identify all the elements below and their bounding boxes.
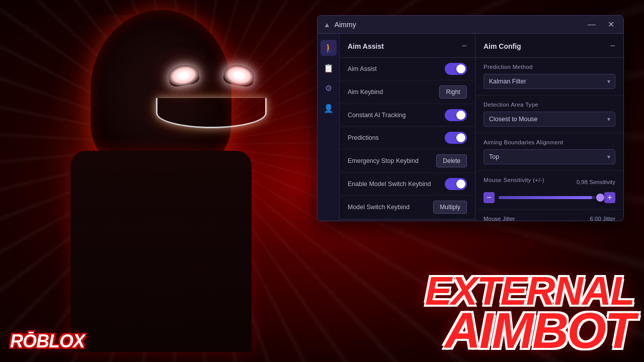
sidebar-item-user[interactable]: 👤 xyxy=(320,100,337,116)
hero-text: EXTERNAL AIMBOT xyxy=(425,273,634,352)
detection-area-select[interactable]: Closest to Mouse Closest to Center Rando… xyxy=(484,112,615,127)
app-window: ▲ Aimmy — ✕ 🚶 📋 ⚙ 👤 Aim Assist − xyxy=(317,15,624,221)
emergency-stop-label: Emergency Stop Keybind xyxy=(348,157,419,164)
aim-keybind-label: Aim Keybind xyxy=(348,88,383,96)
aiming-boundaries-select[interactable]: Top Center Bottom xyxy=(484,149,615,164)
constant-tracking-label: Constant AI Tracking xyxy=(348,112,406,119)
prediction-method-label: Prediction Method xyxy=(484,64,615,70)
constant-tracking-toggle[interactable] xyxy=(445,109,467,121)
hero-aimbot-text: AIMBOT xyxy=(425,309,634,352)
sensitivity-decrease-button[interactable]: − xyxy=(484,192,495,203)
chevron-icon: ▲ xyxy=(324,21,331,29)
model-switch-keybind-button[interactable]: Multiply xyxy=(433,201,467,214)
sensitivity-header: Mouse Sensitivity (+/-) 0,98 Sensitivity xyxy=(484,177,615,187)
constant-tracking-row: Constant AI Tracking xyxy=(340,104,475,127)
roblox-logo: RŌBLOX xyxy=(10,331,85,352)
aiming-boundaries-section: Aiming Boundaries Alignment Top Center B… xyxy=(475,133,623,171)
predictions-label: Predictions xyxy=(348,134,379,141)
aim-assist-title: Aim Assist xyxy=(348,42,384,50)
aim-assist-toggle[interactable] xyxy=(445,63,467,75)
sensitivity-increase-button[interactable]: + xyxy=(604,192,615,203)
aiming-boundaries-select-wrapper: Top Center Bottom xyxy=(484,149,615,164)
model-switch-keybind-label: Model Switch Keybind xyxy=(348,204,410,211)
aim-config-panel: Aim Config − Prediction Method Kalman Fi… xyxy=(475,34,623,221)
character-body xyxy=(40,10,282,352)
sensitivity-label: Mouse Sensitivity (+/-) xyxy=(484,177,544,183)
predictions-toggle[interactable] xyxy=(445,132,467,144)
close-button[interactable]: ✕ xyxy=(605,20,617,30)
roblox-text: RŌBLOX xyxy=(10,331,85,351)
aim-keybind-row: Aim Keybind Right xyxy=(340,80,475,104)
sensitivity-slider-container: − + xyxy=(484,192,615,203)
title-bar: ▲ Aimmy — ✕ xyxy=(317,16,623,34)
detection-area-select-wrapper: Closest to Mouse Closest to Center Rando… xyxy=(484,112,615,127)
aim-keybind-button[interactable]: Right xyxy=(439,85,467,99)
sidebar-item-settings[interactable]: ⚙ xyxy=(320,80,337,96)
char-body-main xyxy=(70,151,252,352)
model-switch-keybind-enable-row: Enable Model Switch Keybind xyxy=(340,173,475,196)
model-switch-keybind-enable-label: Enable Model Switch Keybind xyxy=(348,180,431,188)
char-eye-right xyxy=(222,63,256,88)
auto-trigger-section: Auto Trigger + xyxy=(340,219,475,221)
sidebar: 🚶 📋 ⚙ 👤 xyxy=(317,34,340,221)
content-area: 🚶 📋 ⚙ 👤 Aim Assist − Aim Assist xyxy=(317,34,623,221)
sensitivity-slider-fill xyxy=(499,196,592,199)
panels-area: Aim Assist − Aim Assist Aim Keybind Righ… xyxy=(340,34,623,221)
aim-assist-label: Aim Assist xyxy=(348,65,377,72)
mouse-jitter-row: Mouse Jitter 6,00 Jitter xyxy=(475,210,623,221)
aim-assist-collapse-btn[interactable]: − xyxy=(461,41,467,51)
prediction-method-select[interactable]: Kalman Filter Linear None xyxy=(484,74,615,89)
emergency-stop-row: Emergency Stop Keybind Delete xyxy=(340,149,475,173)
char-smile xyxy=(156,98,267,128)
emergency-stop-button[interactable]: Delete xyxy=(436,154,467,167)
aiming-boundaries-label: Aiming Boundaries Alignment xyxy=(484,139,615,145)
sidebar-item-document[interactable]: 📋 xyxy=(320,60,337,76)
minimize-button[interactable]: — xyxy=(585,20,599,30)
sensitivity-slider-track[interactable] xyxy=(499,196,600,199)
model-switch-keybind-enable-toggle[interactable] xyxy=(445,178,467,190)
sensitivity-slider-thumb[interactable] xyxy=(596,194,604,202)
char-eye-left xyxy=(167,63,200,88)
sensitivity-value: 0,98 Sensitivity xyxy=(577,179,615,185)
window-title: Aimmy xyxy=(335,21,585,29)
aim-config-title: Aim Config xyxy=(484,42,521,50)
aim-assist-header: Aim Assist − xyxy=(340,34,475,58)
char-hood xyxy=(91,10,231,171)
detection-area-section: Detection Area Type Closest to Mouse Clo… xyxy=(475,96,623,133)
prediction-method-section: Prediction Method Kalman Filter Linear N… xyxy=(475,58,623,96)
mouse-jitter-value: 6,00 Jitter xyxy=(590,216,616,221)
detection-area-label: Detection Area Type xyxy=(484,102,615,108)
aim-assist-setting-row: Aim Assist xyxy=(340,58,475,80)
sensitivity-section: Mouse Sensitivity (+/-) 0,98 Sensitivity… xyxy=(475,171,623,210)
aim-config-collapse-btn[interactable]: − xyxy=(610,41,615,51)
aim-assist-panel: Aim Assist − Aim Assist Aim Keybind Righ… xyxy=(340,34,475,221)
model-switch-keybind-row: Model Switch Keybind Multiply xyxy=(340,196,475,219)
prediction-method-select-wrapper: Kalman Filter Linear None xyxy=(484,74,615,89)
aim-config-header: Aim Config − xyxy=(475,34,623,58)
character-area xyxy=(0,0,312,362)
sidebar-item-aim[interactable]: 🚶 xyxy=(320,40,337,56)
title-bar-controls: — ✕ xyxy=(585,20,617,30)
mouse-jitter-label: Mouse Jitter xyxy=(484,216,515,221)
predictions-row: Predictions xyxy=(340,127,475,149)
